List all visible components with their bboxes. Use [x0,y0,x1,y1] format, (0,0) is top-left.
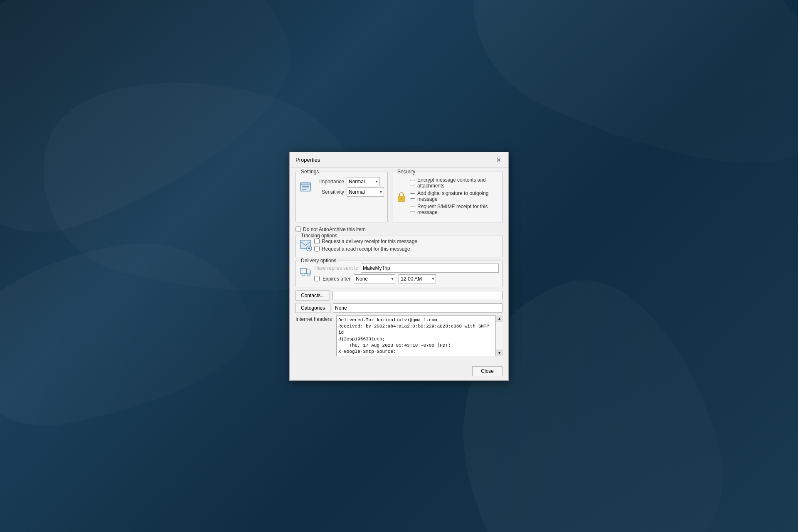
smime-label: Request S/MIME receipt for this message [417,204,499,215]
encrypt-checkbox[interactable] [410,180,415,185]
encrypt-label: Encrypt message contents and attachments [417,177,499,189]
properties-dialog: Properties ✕ Settings [289,152,509,381]
time-select-wrapper[interactable]: 12:00 AM ▼ [399,274,436,283]
svg-point-11 [302,273,305,276]
security-checkboxes: Encrypt message contents and attachments… [410,177,499,217]
delivery-legend: Delivery options [299,258,338,264]
internet-headers-row: Internet headers Delivered-To: kazimalia… [296,315,502,356]
delivery-fields: Have replies sent to Expires after None … [314,264,499,283]
smime-checkbox[interactable] [410,207,415,212]
svg-point-6 [401,197,403,200]
settings-section: Settings Importance [296,172,388,222]
autoarchive-label: Do not AutoArchive this item [303,227,366,232]
svg-point-12 [307,273,310,276]
digital-sig-row: Add digital signature to outgoing messag… [410,190,499,202]
dialog-title: Properties [296,157,320,163]
smime-row: Request S/MIME receipt for this message [410,204,499,215]
read-receipt-label: Request a read receipt for this message [322,246,410,252]
contacts-button[interactable]: Contacts... [296,291,330,300]
svg-rect-1 [300,182,311,185]
sensitivity-row: Sensitivity Normal Personal Private Conf… [314,187,384,197]
scroll-down-button[interactable]: ▼ [496,350,503,356]
tracking-content: Request a delivery receipt for this mess… [299,239,499,254]
digital-sig-checkbox[interactable] [410,193,415,199]
importance-select-wrapper[interactable]: Normal Low High ▼ [347,177,380,186]
date-select-wrapper[interactable]: None ▼ [354,274,395,283]
read-receipt-checkbox[interactable] [314,246,320,251]
digital-sig-label: Add digital signature to outgoing messag… [417,190,499,202]
categories-input[interactable] [333,303,502,313]
categories-row: Categories [296,303,502,313]
headers-textarea[interactable]: Delivered-To: kazimalialvi@gmail.com Rec… [336,315,496,356]
settings-legend: Settings [299,169,320,175]
security-icon [396,191,407,203]
contacts-row: Contacts... [296,291,502,300]
date-select[interactable]: None [354,274,395,283]
scrollbar: ▲ ▼ [496,315,502,356]
svg-point-10 [308,247,310,249]
tracking-icon [299,239,312,251]
internet-headers-section: Internet headers Delivered-To: kazimalia… [296,315,502,356]
categories-button[interactable]: Categories [296,303,330,313]
expires-checkbox[interactable] [314,276,320,281]
delivery-receipt-row: Request a delivery receipt for this mess… [314,239,499,244]
dialog-body: Settings Importance [290,167,508,364]
tracking-section: Tracking options Request a delivery rece… [296,236,502,257]
settings-form: Importance Normal Low High ▼ [299,177,384,198]
delivery-receipt-label: Request a delivery receipt for this mess… [322,239,417,244]
scroll-track [496,322,502,350]
close-dialog-button[interactable]: Close [472,366,502,376]
settings-fields: Importance Normal Low High ▼ [314,177,384,198]
read-receipt-row: Request a read receipt for this message [314,246,499,252]
contacts-input[interactable] [332,291,502,300]
sensitivity-label: Sensitivity [314,189,344,195]
dialog-footer: Close [290,364,508,380]
expires-label: Expires after [323,276,350,282]
security-form: Encrypt message contents and attachments… [396,177,499,217]
tracking-checkboxes: Request a delivery receipt for this mess… [314,239,499,254]
autoarchive-checkbox[interactable] [296,227,301,232]
close-button[interactable]: ✕ [494,155,503,165]
time-select[interactable]: 12:00 AM [399,274,436,283]
scroll-up-button[interactable]: ▲ [496,315,503,322]
importance-row: Importance Normal Low High ▼ [314,177,384,186]
importance-select[interactable]: Normal Low High [347,177,380,186]
delivery-section: Delivery options Have replies sent to [296,261,502,287]
delivery-icon [299,264,312,279]
encrypt-row: Encrypt message contents and attachments [410,177,499,189]
replies-label: Have replies sent to [314,265,358,271]
delivery-receipt-checkbox[interactable] [314,239,320,244]
expires-row: Expires after None ▼ 12:00 AM ▼ [314,274,499,283]
replies-input[interactable] [361,264,499,273]
internet-headers-label: Internet headers [296,315,333,322]
settings-icon [299,181,312,194]
security-section: Security Encrypt message conte [392,172,502,222]
sensitivity-select[interactable]: Normal Personal Private Confidential [347,187,384,197]
replies-row: Have replies sent to [314,264,499,273]
top-sections: Settings Importance [296,172,502,222]
sensitivity-select-wrapper[interactable]: Normal Personal Private Confidential ▼ [347,187,384,197]
headers-container: Delivered-To: kazimalialvi@gmail.com Rec… [336,315,502,356]
security-legend: Security [396,169,417,175]
autoarchive-row: Do not AutoArchive this item [296,226,502,233]
titlebar: Properties ✕ [290,152,508,167]
tracking-legend: Tracking options [299,233,339,239]
delivery-content: Have replies sent to Expires after None … [299,264,499,283]
importance-label: Importance [314,179,344,185]
